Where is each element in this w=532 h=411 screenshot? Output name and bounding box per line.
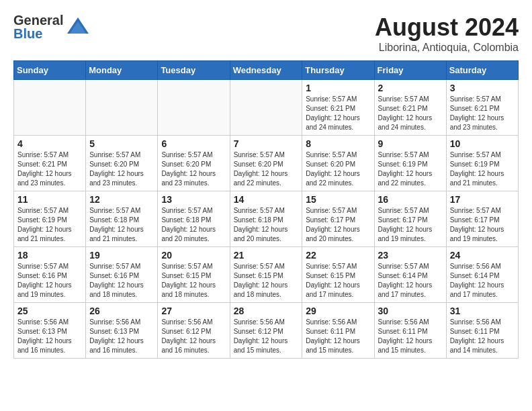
day-number: 3	[450, 83, 515, 93]
weekday-header: Saturday	[446, 61, 518, 80]
day-number: 4	[17, 138, 82, 149]
day-info: Sunrise: 5:56 AM Sunset: 6:13 PM Dayligh…	[17, 318, 82, 355]
day-info: Sunrise: 5:57 AM Sunset: 6:19 PM Dayligh…	[378, 150, 443, 188]
day-number: 8	[306, 138, 370, 149]
day-number: 21	[234, 250, 299, 261]
day-number: 17	[450, 194, 515, 205]
day-info: Sunrise: 5:57 AM Sunset: 6:15 PM Dayligh…	[306, 262, 370, 300]
day-info: Sunrise: 5:57 AM Sunset: 6:14 PM Dayligh…	[378, 262, 443, 300]
day-info: Sunrise: 5:57 AM Sunset: 6:21 PM Dayligh…	[17, 150, 82, 188]
weekday-header: Friday	[374, 61, 446, 80]
day-number: 30	[378, 306, 443, 316]
logo-blue: Blue	[13, 27, 63, 40]
day-info: Sunrise: 5:56 AM Sunset: 6:12 PM Dayligh…	[234, 318, 299, 355]
day-info: Sunrise: 5:56 AM Sunset: 6:11 PM Dayligh…	[306, 318, 370, 355]
day-number: 20	[161, 250, 226, 261]
day-number: 25	[17, 306, 82, 316]
day-number: 6	[161, 138, 226, 149]
calendar-cell: 17Sunrise: 5:57 AM Sunset: 6:17 PM Dayli…	[446, 191, 518, 247]
day-number: 27	[161, 306, 226, 316]
day-number: 19	[89, 250, 154, 261]
day-number: 10	[450, 138, 515, 149]
calendar-week-row: 4Sunrise: 5:57 AM Sunset: 6:21 PM Daylig…	[14, 136, 519, 191]
day-number: 29	[306, 306, 370, 316]
day-info: Sunrise: 5:56 AM Sunset: 6:12 PM Dayligh…	[161, 318, 226, 355]
calendar-cell: 11Sunrise: 5:57 AM Sunset: 6:19 PM Dayli…	[14, 191, 86, 247]
day-number: 12	[89, 194, 154, 205]
weekday-header: Monday	[86, 61, 158, 80]
calendar-week-row: 11Sunrise: 5:57 AM Sunset: 6:19 PM Dayli…	[14, 191, 519, 247]
calendar-cell: 2Sunrise: 5:57 AM Sunset: 6:21 PM Daylig…	[374, 80, 446, 136]
day-number: 22	[306, 250, 370, 261]
weekday-header: Wednesday	[230, 61, 302, 80]
calendar-week-row: 18Sunrise: 5:57 AM Sunset: 6:16 PM Dayli…	[14, 247, 519, 303]
calendar-cell: 22Sunrise: 5:57 AM Sunset: 6:15 PM Dayli…	[302, 247, 374, 303]
day-number: 16	[378, 194, 443, 205]
calendar-cell: 12Sunrise: 5:57 AM Sunset: 6:18 PM Dayli…	[86, 191, 158, 247]
weekday-header: Sunday	[14, 61, 86, 80]
calendar-week-row: 1Sunrise: 5:57 AM Sunset: 6:21 PM Daylig…	[14, 80, 519, 136]
day-info: Sunrise: 5:57 AM Sunset: 6:20 PM Dayligh…	[161, 150, 226, 188]
title-block: August 2024 Liborina, Antioquia, Colombi…	[375, 13, 519, 54]
day-info: Sunrise: 5:57 AM Sunset: 6:15 PM Dayligh…	[234, 262, 299, 300]
day-info: Sunrise: 5:57 AM Sunset: 6:20 PM Dayligh…	[306, 150, 370, 188]
day-number: 9	[378, 138, 443, 149]
calendar-cell: 19Sunrise: 5:57 AM Sunset: 6:16 PM Dayli…	[86, 247, 158, 303]
calendar-cell	[230, 80, 302, 136]
day-number: 14	[234, 194, 299, 205]
weekday-header: Tuesday	[158, 61, 230, 80]
day-info: Sunrise: 5:57 AM Sunset: 6:15 PM Dayligh…	[161, 262, 226, 300]
day-info: Sunrise: 5:57 AM Sunset: 6:18 PM Dayligh…	[161, 206, 226, 244]
day-info: Sunrise: 5:57 AM Sunset: 6:19 PM Dayligh…	[17, 206, 82, 244]
calendar-cell: 7Sunrise: 5:57 AM Sunset: 6:20 PM Daylig…	[230, 136, 302, 191]
day-number: 5	[89, 138, 154, 149]
day-info: Sunrise: 5:56 AM Sunset: 6:13 PM Dayligh…	[89, 318, 154, 355]
calendar-cell: 13Sunrise: 5:57 AM Sunset: 6:18 PM Dayli…	[158, 191, 230, 247]
day-number: 7	[234, 138, 299, 149]
month-title: August 2024	[375, 13, 519, 42]
calendar-cell: 16Sunrise: 5:57 AM Sunset: 6:17 PM Dayli…	[374, 191, 446, 247]
calendar-cell: 28Sunrise: 5:56 AM Sunset: 6:12 PM Dayli…	[230, 303, 302, 359]
day-number: 28	[234, 306, 299, 316]
calendar-cell: 15Sunrise: 5:57 AM Sunset: 6:17 PM Dayli…	[302, 191, 374, 247]
calendar-cell: 31Sunrise: 5:56 AM Sunset: 6:11 PM Dayli…	[446, 303, 518, 359]
day-number: 26	[89, 306, 154, 316]
day-info: Sunrise: 5:57 AM Sunset: 6:16 PM Dayligh…	[17, 262, 82, 300]
calendar-cell: 26Sunrise: 5:56 AM Sunset: 6:13 PM Dayli…	[86, 303, 158, 359]
location-title: Liborina, Antioquia, Colombia	[375, 42, 519, 54]
day-info: Sunrise: 5:57 AM Sunset: 6:17 PM Dayligh…	[450, 206, 515, 244]
day-info: Sunrise: 5:57 AM Sunset: 6:19 PM Dayligh…	[450, 150, 515, 188]
day-info: Sunrise: 5:57 AM Sunset: 6:17 PM Dayligh…	[306, 206, 370, 244]
calendar-cell	[86, 80, 158, 136]
day-number: 1	[306, 83, 370, 93]
calendar-cell: 6Sunrise: 5:57 AM Sunset: 6:20 PM Daylig…	[158, 136, 230, 191]
day-info: Sunrise: 5:57 AM Sunset: 6:18 PM Dayligh…	[234, 206, 299, 244]
day-info: Sunrise: 5:56 AM Sunset: 6:11 PM Dayligh…	[378, 318, 443, 355]
day-number: 11	[17, 194, 82, 205]
logo-general: General	[13, 13, 63, 27]
calendar-cell: 24Sunrise: 5:56 AM Sunset: 6:14 PM Dayli…	[446, 247, 518, 303]
day-info: Sunrise: 5:57 AM Sunset: 6:21 PM Dayligh…	[306, 95, 370, 132]
calendar-cell: 20Sunrise: 5:57 AM Sunset: 6:15 PM Dayli…	[158, 247, 230, 303]
calendar-cell: 10Sunrise: 5:57 AM Sunset: 6:19 PM Dayli…	[446, 136, 518, 191]
calendar-cell: 8Sunrise: 5:57 AM Sunset: 6:20 PM Daylig…	[302, 136, 374, 191]
day-info: Sunrise: 5:56 AM Sunset: 6:14 PM Dayligh…	[450, 262, 515, 300]
page-header: General Blue August 2024 Liborina, Antio…	[13, 13, 519, 54]
calendar-cell: 30Sunrise: 5:56 AM Sunset: 6:11 PM Dayli…	[374, 303, 446, 359]
calendar-cell: 4Sunrise: 5:57 AM Sunset: 6:21 PM Daylig…	[14, 136, 86, 191]
calendar-cell: 29Sunrise: 5:56 AM Sunset: 6:11 PM Dayli…	[302, 303, 374, 359]
day-info: Sunrise: 5:57 AM Sunset: 6:20 PM Dayligh…	[234, 150, 299, 188]
day-number: 13	[161, 194, 226, 205]
calendar-cell: 9Sunrise: 5:57 AM Sunset: 6:19 PM Daylig…	[374, 136, 446, 191]
calendar-table: SundayMondayTuesdayWednesdayThursdayFrid…	[13, 60, 519, 359]
day-number: 23	[378, 250, 443, 261]
day-info: Sunrise: 5:57 AM Sunset: 6:21 PM Dayligh…	[378, 95, 443, 132]
day-number: 2	[378, 83, 443, 93]
day-number: 18	[17, 250, 82, 261]
day-number: 31	[450, 306, 515, 316]
day-info: Sunrise: 5:57 AM Sunset: 6:21 PM Dayligh…	[450, 95, 515, 132]
day-info: Sunrise: 5:57 AM Sunset: 6:17 PM Dayligh…	[378, 206, 443, 244]
calendar-cell: 3Sunrise: 5:57 AM Sunset: 6:21 PM Daylig…	[446, 80, 518, 136]
calendar-cell: 14Sunrise: 5:57 AM Sunset: 6:18 PM Dayli…	[230, 191, 302, 247]
day-info: Sunrise: 5:57 AM Sunset: 6:20 PM Dayligh…	[89, 150, 154, 188]
